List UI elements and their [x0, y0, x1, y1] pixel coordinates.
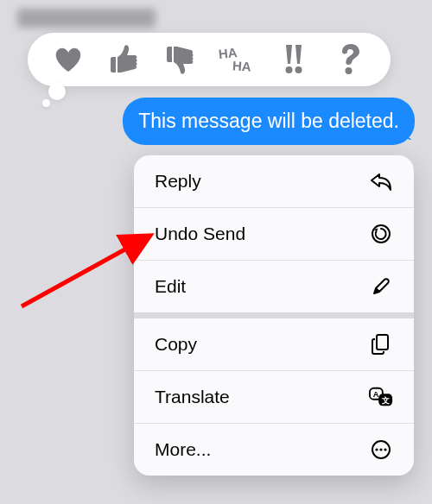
heart-icon [53, 46, 84, 73]
pencil-icon [369, 274, 393, 299]
svg-point-2 [285, 66, 292, 73]
menu-item-reply[interactable]: Reply [134, 155, 414, 207]
svg-point-11 [375, 448, 378, 450]
copy-icon [369, 332, 393, 356]
menu-item-label: More... [155, 439, 211, 460]
menu-item-edit[interactable]: Edit [134, 260, 414, 312]
menu-item-label: Translate [155, 387, 230, 407]
menu-item-copy[interactable]: Copy [134, 318, 414, 370]
haha-icon: HA HA [219, 47, 257, 72]
tapback-question[interactable] [331, 41, 369, 79]
tapback-heart[interactable] [49, 41, 87, 79]
message-text: This message will be deleted. [138, 110, 399, 132]
svg-point-13 [384, 448, 386, 450]
tapback-tail [48, 83, 66, 100]
tapback-haha[interactable]: HA HA [219, 41, 257, 79]
translate-icon: A 文 [369, 385, 393, 409]
svg-line-14 [22, 237, 147, 306]
thumbs-up-icon [111, 45, 138, 74]
menu-item-label: Reply [155, 171, 201, 192]
question-icon [340, 44, 360, 75]
menu-item-more[interactable]: More... [134, 423, 414, 476]
sender-name-redacted [17, 9, 156, 28]
menu-item-label: Copy [155, 334, 197, 355]
svg-point-12 [379, 448, 382, 450]
reply-icon [369, 169, 393, 193]
tapback-thumbs-down[interactable] [162, 41, 200, 79]
svg-point-4 [346, 67, 353, 74]
svg-text:A: A [373, 390, 379, 399]
double-exclaim-icon [283, 45, 305, 74]
tapback-exclaim[interactable] [275, 41, 313, 79]
context-menu: Reply Undo Send Edit [134, 155, 414, 476]
tapback-tail-small [42, 99, 50, 107]
tapback-thumbs-up[interactable] [105, 41, 143, 79]
menu-item-label: Undo Send [155, 224, 245, 244]
menu-item-translate[interactable]: Translate A 文 [134, 370, 414, 423]
sent-message-bubble[interactable]: This message will be deleted. [123, 98, 415, 145]
menu-item-label: Edit [155, 276, 186, 297]
more-icon [369, 438, 393, 462]
menu-item-undo-send[interactable]: Undo Send [134, 207, 414, 260]
svg-point-3 [295, 66, 302, 73]
thumbs-down-icon [167, 45, 194, 74]
undo-icon [369, 222, 393, 246]
tapback-bar: HA HA [28, 33, 391, 86]
svg-text:文: 文 [381, 396, 390, 405]
svg-text:HA: HA [232, 58, 251, 72]
